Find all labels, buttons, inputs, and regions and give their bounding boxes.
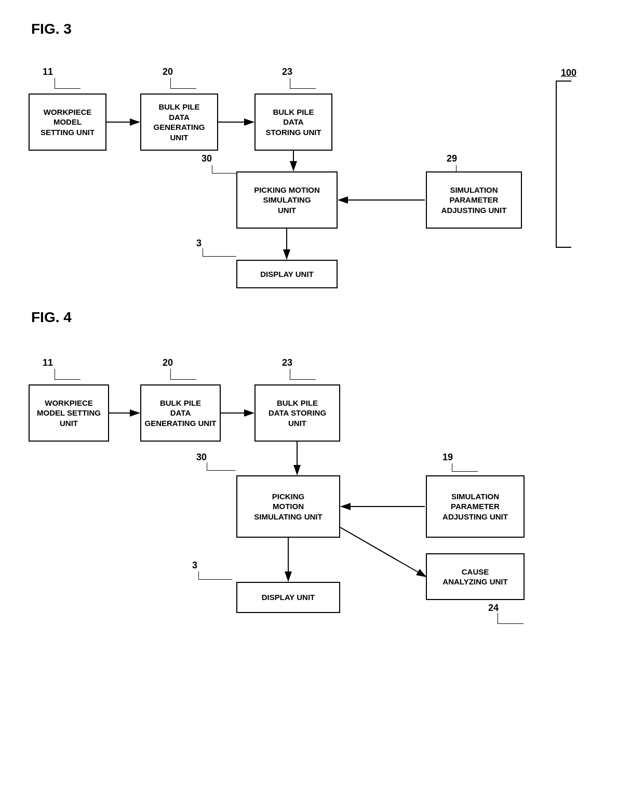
ref-24-fig4: 24 [488,603,499,614]
bulk-store-box-fig4: BULK PILEDATA STORINGUNIT [254,384,340,442]
ref-30-fig3: 30 [202,153,212,164]
fig3-label: FIG. 3 [31,21,72,37]
ref-29-fig3: 29 [447,153,457,164]
picking-box-fig4: PICKINGMOTIONSIMULATING UNIT [236,475,340,538]
cause-analyzing-box-fig4: CAUSEANALYZING UNIT [426,553,525,600]
ref-23-fig3: 23 [282,66,292,77]
display-box-fig3: DISPLAY UNIT [236,260,338,288]
ref-3-fig3: 3 [196,238,202,249]
bulk-gen-box-fig4: BULK PILEDATAGENERATING UNIT [140,384,221,442]
ref-20-fig4: 20 [163,357,173,368]
ref-30-fig4: 30 [196,452,207,463]
ref-23-fig4: 23 [282,357,292,368]
sim-param-box-fig3: SIMULATIONPARAMETERADJUSTING UNIT [426,171,522,229]
ref-19-fig4: 19 [442,452,453,463]
ref-20-fig3: 20 [163,66,173,77]
bulk-store-box-fig3: BULK PILEDATASTORING UNIT [254,94,332,151]
picking-box-fig3: PICKING MOTIONSIMULATINGUNIT [236,171,338,229]
svg-line-13 [340,527,426,577]
fig4-label: FIG. 4 [31,309,72,326]
ref-3-fig4: 3 [192,560,197,571]
bulk-gen-box-fig3: BULK PILEDATAGENERATING UNIT [140,94,218,151]
sim-param-box-fig4: SIMULATIONPARAMETERADJUSTING UNIT [426,475,525,538]
page: FIG. 3 100 11 20 23 30 29 3 [0,0,644,812]
display-box-fig4: DISPLAY UNIT [236,582,340,613]
workpiece-box-fig3: WORKPIECEMODELSETTING UNIT [29,94,106,151]
ref-11-fig4: 11 [43,357,53,368]
ref-11-fig3: 11 [43,66,53,77]
workpiece-box-fig4: WORKPIECEMODEL SETTINGUNIT [29,384,109,442]
ref-100: 100 [561,68,576,78]
svg-line-12 [340,507,425,577]
